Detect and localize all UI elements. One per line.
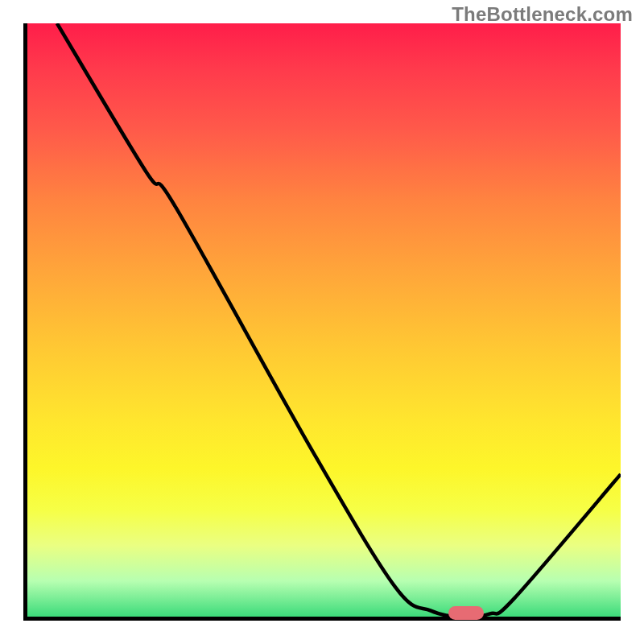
plot-area — [23, 23, 621, 621]
optimum-marker — [448, 606, 484, 620]
curve-path — [57, 23, 621, 617]
curve-layer — [27, 23, 621, 617]
chart-container: TheBottleneck.com — [0, 0, 644, 644]
watermark-text: TheBottleneck.com — [452, 3, 633, 26]
